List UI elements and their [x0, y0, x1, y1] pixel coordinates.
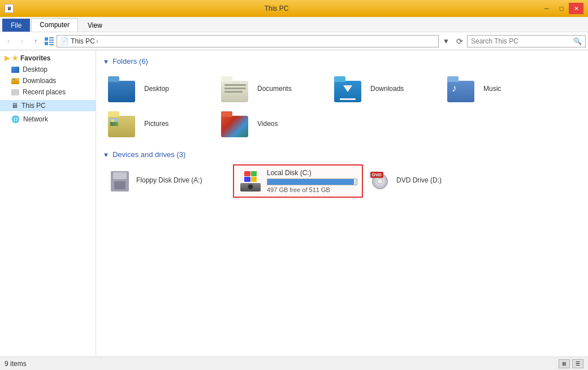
folder-item-documents[interactable]: Documents [216, 71, 329, 106]
dvd-drive-name: DVD Drive (D:) [396, 176, 488, 184]
tab-file[interactable]: File [2, 19, 30, 32]
floppy-drive-icon [108, 171, 132, 192]
floppy-drive-info: Floppy Disk Drive (A:) [136, 176, 228, 186]
sidebar-item-network[interactable]: 🌐 Network [0, 114, 96, 125]
ribbon: File Computer View [0, 17, 588, 32]
windows-logo-icon [244, 171, 257, 182]
localc-progress-bar [267, 179, 357, 185]
folder-item-music[interactable]: ♪ Music [442, 71, 555, 106]
sidebar-thispc-label: This PC [21, 102, 46, 110]
sidebar-item-thispc[interactable]: 🖥 This PC [0, 100, 96, 111]
drive-item-localc[interactable]: Local Disk (C:) 497 GB free of 511 GB [233, 164, 363, 198]
tab-computer[interactable]: Computer [31, 18, 78, 32]
sidebar-favorites-label: Favorites [20, 54, 50, 62]
status-bar: 9 items ⊞ ☰ [0, 356, 588, 370]
folder-item-pictures[interactable]: Pictures [103, 106, 216, 141]
folder-music-label: Music [483, 85, 501, 93]
folder-music-icon: ♪ [447, 75, 479, 102]
svg-rect-0 [45, 37, 48, 41]
path-thispc: 📄 This PC [60, 37, 95, 45]
close-button[interactable]: ✕ [569, 3, 583, 14]
window-controls: ─ □ ✕ [539, 3, 583, 14]
sidebar-item-recent[interactable]: Recent places [0, 86, 96, 98]
folders-chevron-icon: ▼ [103, 58, 109, 65]
folder-downloads-icon [334, 75, 366, 102]
dvd-drive-info: DVD Drive (D:) [396, 176, 488, 186]
sidebar-item-downloads[interactable]: Downloads [0, 75, 96, 86]
layout-icon [43, 35, 55, 47]
folder-pictures-label: Pictures [144, 120, 168, 128]
folder-desktop-icon [108, 75, 140, 102]
folder-documents-label: Documents [257, 85, 292, 93]
view-buttons: ⊞ ☰ [559, 359, 583, 368]
folder-item-videos[interactable]: Videos [216, 106, 329, 141]
svg-rect-4 [49, 42, 54, 43]
up-button[interactable]: ↑ [29, 35, 42, 47]
sidebar-desktop-label: Desktop [23, 66, 47, 73]
sidebar-item-desktop[interactable]: Desktop [0, 64, 96, 75]
folders-section-header[interactable]: ▼ Folders (6) [103, 57, 581, 66]
search-icon: 🔍 [573, 37, 582, 45]
recent-icon [11, 89, 19, 95]
thispc-icon: 🖥 [11, 102, 18, 110]
drives-section-header[interactable]: ▼ Devices and drives (3) [103, 150, 581, 159]
hdd-body [240, 183, 261, 191]
drives-chevron-icon: ▼ [103, 151, 109, 158]
sidebar-section-favorites: ▶ ★ Favorites Desktop Downloads Recent p… [0, 53, 96, 98]
title-bar-left: 🖥 [5, 4, 14, 13]
folder-desktop-label: Desktop [144, 85, 169, 93]
localc-drive-name: Local Disk (C:) [267, 169, 357, 177]
ribbon-tabs: File Computer View [0, 17, 588, 32]
star-icon: ★ [12, 54, 18, 62]
localc-progress-fill [267, 179, 354, 185]
sidebar: ▶ ★ Favorites Desktop Downloads Recent p… [0, 50, 96, 356]
sidebar-favorites-header[interactable]: ▶ ★ Favorites [0, 53, 96, 64]
tab-view[interactable]: View [79, 19, 111, 32]
view-list-button[interactable]: ☰ [572, 359, 583, 368]
content-area: ▼ Folders (6) Desktop [96, 50, 588, 356]
folder-videos-label: Videos [257, 120, 278, 128]
search-box[interactable]: 🔍 [467, 35, 586, 47]
svg-rect-1 [49, 37, 54, 38]
sidebar-section-network: 🌐 Network [0, 114, 96, 125]
title-bar: 🖥 This PC ─ □ ✕ [0, 0, 588, 17]
folder-documents-icon [221, 75, 253, 102]
minimize-button[interactable]: ─ [539, 3, 554, 14]
folders-header-label: Folders (6) [113, 57, 148, 66]
localc-drive-icon [239, 171, 262, 192]
floppy-drive-name: Floppy Disk Drive (A:) [136, 176, 228, 184]
drives-header-label: Devices and drives (3) [113, 150, 185, 159]
folder-item-downloads[interactable]: Downloads [329, 71, 442, 106]
drive-item-floppy[interactable]: Floppy Disk Drive (A:) [103, 164, 233, 198]
main-container: ▶ ★ Favorites Desktop Downloads Recent p… [0, 50, 588, 356]
drive-item-dvd[interactable]: DVD DVD Drive (D:) [363, 164, 493, 198]
folder-videos-icon [221, 110, 253, 137]
dropdown-button[interactable]: ▼ [440, 35, 452, 47]
view-grid-button[interactable]: ⊞ [559, 359, 570, 368]
sidebar-recent-label: Recent places [23, 88, 66, 96]
sidebar-downloads-label: Downloads [23, 77, 56, 85]
back-button[interactable]: ‹ [2, 35, 15, 47]
folder-item-desktop[interactable]: Desktop [103, 71, 216, 106]
svg-rect-2 [49, 40, 54, 41]
folder-downloads-label: Downloads [370, 85, 404, 93]
dvd-badge: DVD [370, 172, 383, 178]
forward-button[interactable]: › [16, 35, 28, 47]
folders-grid: Desktop Documents [103, 71, 581, 141]
localc-space-label: 497 GB free of 511 GB [267, 186, 357, 193]
dvd-drive-icon: DVD [368, 171, 392, 192]
maximize-button[interactable]: □ [554, 3, 569, 14]
sidebar-network-label: Network [23, 115, 48, 123]
svg-rect-3 [45, 42, 48, 45]
drives-grid: Floppy Disk Drive (A:) [103, 164, 581, 198]
downloads-folder-icon [11, 78, 19, 84]
refresh-button[interactable]: ⟳ [453, 35, 466, 47]
localc-drive-info: Local Disk (C:) 497 GB free of 511 GB [267, 169, 357, 193]
app-icon: 🖥 [5, 4, 14, 13]
sidebar-section-thispc: 🖥 This PC [0, 100, 96, 111]
search-input[interactable] [471, 37, 573, 45]
folder-pictures-icon [108, 110, 140, 137]
desktop-icon [11, 67, 19, 73]
address-path[interactable]: 📄 This PC › [57, 35, 439, 47]
svg-rect-5 [49, 44, 54, 45]
